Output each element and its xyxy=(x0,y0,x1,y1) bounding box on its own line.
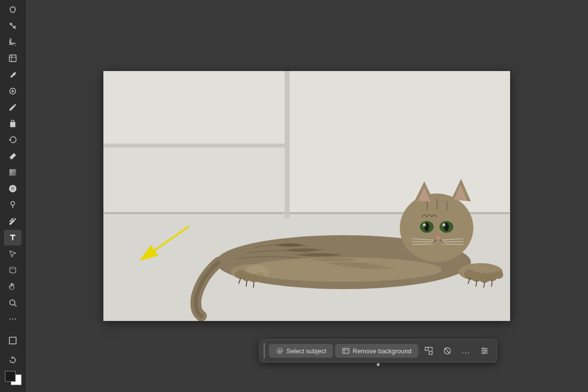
expand-button[interactable] xyxy=(420,343,437,359)
svg-rect-58 xyxy=(425,347,428,350)
svg-point-32 xyxy=(442,223,445,226)
screen-mode-tool[interactable] xyxy=(4,332,22,349)
lasso-tool[interactable] xyxy=(4,2,22,17)
deselect-button[interactable] xyxy=(439,343,456,359)
hand-tool[interactable] xyxy=(4,279,22,294)
svg-point-45 xyxy=(493,271,503,279)
eraser-tool[interactable] xyxy=(4,148,22,164)
remove-background-label: Remove background xyxy=(353,347,412,355)
rotate-view-tool[interactable] xyxy=(4,351,22,369)
path-selection-tool[interactable] xyxy=(4,246,22,262)
svg-point-6 xyxy=(11,202,15,206)
history-brush-tool[interactable] xyxy=(4,132,22,147)
color-swatches[interactable] xyxy=(4,370,22,385)
canvas-container[interactable] xyxy=(103,71,510,321)
left-toolbar xyxy=(0,0,25,392)
toolbar-left-divider xyxy=(264,343,265,359)
deselect-icon xyxy=(443,346,452,355)
remove-background-button[interactable]: Remove background xyxy=(335,344,418,358)
svg-point-10 xyxy=(9,318,10,319)
zoom-tool[interactable] xyxy=(4,295,22,310)
expand-icon xyxy=(424,346,433,355)
stamp-tool[interactable] xyxy=(4,116,22,131)
svg-rect-20 xyxy=(103,144,290,147)
svg-point-69 xyxy=(483,352,485,354)
frame-tool[interactable] xyxy=(4,51,22,66)
svg-point-12 xyxy=(15,318,16,319)
spot-healing-tool[interactable] xyxy=(4,83,22,98)
type-tool[interactable] xyxy=(4,230,22,245)
svg-rect-59 xyxy=(429,351,432,354)
canvas-area: Select subject Remove background xyxy=(25,0,588,392)
svg-point-22 xyxy=(400,194,473,262)
magic-wand-tool[interactable] xyxy=(4,18,22,33)
more-options-button[interactable]: ... xyxy=(458,343,474,359)
svg-rect-13 xyxy=(9,337,16,344)
eyedropper-tool[interactable] xyxy=(4,67,22,82)
svg-point-31 xyxy=(423,223,426,226)
more-tools[interactable] xyxy=(4,311,22,326)
bottom-contextual-toolbar: Select subject Remove background xyxy=(259,339,497,363)
select-subject-button[interactable]: Select subject xyxy=(269,344,333,358)
settings-icon xyxy=(480,346,489,355)
gradient-tool[interactable] xyxy=(4,165,22,180)
svg-point-11 xyxy=(12,318,13,319)
svg-rect-16 xyxy=(103,147,290,218)
dodge-tool[interactable] xyxy=(4,197,22,213)
svg-line-63 xyxy=(444,348,450,354)
select-subject-icon xyxy=(276,347,284,355)
select-subject-label: Select subject xyxy=(287,347,326,355)
settings-button[interactable] xyxy=(476,343,493,359)
foreground-color-swatch[interactable] xyxy=(5,371,16,382)
remove-background-icon xyxy=(342,347,350,355)
crop-tool[interactable] xyxy=(4,34,22,49)
svg-rect-5 xyxy=(9,169,16,176)
svg-rect-57 xyxy=(343,348,349,353)
pen-tool[interactable] xyxy=(4,214,22,229)
svg-point-56 xyxy=(278,350,282,353)
blur-tool[interactable] xyxy=(4,181,22,196)
brush-tool[interactable] xyxy=(4,99,22,115)
svg-line-9 xyxy=(14,304,16,306)
more-options-label: ... xyxy=(462,346,470,355)
indicator-dot xyxy=(377,363,380,366)
svg-point-68 xyxy=(485,350,487,352)
svg-rect-1 xyxy=(9,55,16,62)
shape-tool[interactable] xyxy=(4,263,22,278)
svg-point-8 xyxy=(10,300,15,305)
svg-point-67 xyxy=(482,348,484,350)
